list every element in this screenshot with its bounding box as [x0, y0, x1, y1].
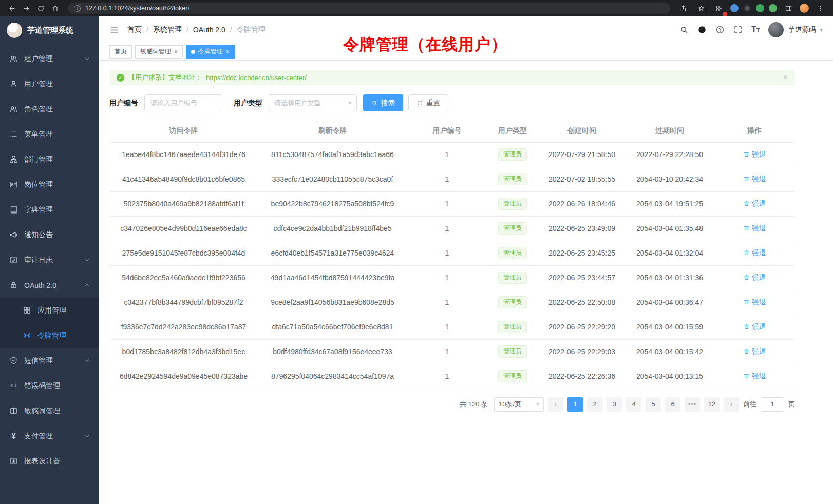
- trash-icon: [743, 249, 750, 256]
- force-logout-button[interactable]: 强退: [743, 273, 766, 282]
- page-button-3[interactable]: 3: [607, 397, 622, 412]
- user-id-input[interactable]: [144, 94, 221, 111]
- chevron-down-icon: ▾: [536, 401, 539, 408]
- reset-button[interactable]: 重置: [408, 94, 448, 111]
- sidebar-collapse-icon[interactable]: [109, 25, 119, 35]
- prev-page-button[interactable]: ‹: [548, 397, 563, 412]
- sidebar-item-sensitive-word[interactable]: 敏感词管理: [0, 398, 99, 423]
- doc-link[interactable]: https://doc.iocoder.cn/user-center/: [206, 74, 307, 82]
- force-logout-button[interactable]: 强退: [743, 322, 766, 332]
- sidebar-item-report-designer[interactable]: 报表设计器: [0, 449, 99, 474]
- user-type-cell: 管理员: [487, 216, 538, 241]
- table-row: 6d842e2924594de9a09e45e087323abe 8796295…: [109, 364, 795, 389]
- user-type-badge: 管理员: [498, 247, 527, 259]
- site-info-icon[interactable]: i: [74, 5, 81, 12]
- app-logo-area[interactable]: 芋道管理系统: [0, 16, 99, 44]
- table-row: 502375b8040a469a9b82188afdf6af1f be90422…: [109, 191, 795, 216]
- extension-icon-blue[interactable]: [730, 4, 739, 12]
- sidebar-item-oauth2-app[interactable]: 应用管理: [0, 298, 99, 323]
- sidebar-item-notice[interactable]: 通知公告: [0, 222, 99, 247]
- next-page-button[interactable]: ›: [724, 397, 739, 412]
- address-bar[interactable]: i 127.0.0.1:1024/system/oauth2/token: [68, 3, 670, 14]
- trash-icon: [743, 274, 750, 281]
- browser-profile-avatar[interactable]: [800, 4, 809, 13]
- help-icon[interactable]: [715, 25, 725, 34]
- sidebar-item-post[interactable]: 岗位管理: [0, 172, 99, 197]
- user-menu[interactable]: 芋道源码 ▾: [768, 22, 823, 37]
- col-create-time: 创建时间: [538, 120, 626, 142]
- close-icon[interactable]: ×: [174, 49, 178, 55]
- users-icon: [9, 105, 18, 113]
- force-logout-button[interactable]: 强退: [743, 199, 766, 208]
- trash-icon: [743, 151, 750, 158]
- more-pages-button[interactable]: •••: [685, 397, 700, 412]
- user-type-badge: 管理员: [498, 272, 527, 284]
- sidebar: 芋道管理系统 租户管理 用户管理 角色管理 菜单管理 部门管理: [0, 16, 99, 504]
- force-logout-button[interactable]: 强退: [743, 298, 766, 307]
- sidebar-item-audit-log[interactable]: 审计日志: [0, 247, 99, 273]
- browser-actions: [676, 2, 828, 15]
- github-icon[interactable]: [697, 25, 707, 34]
- breadcrumb-home[interactable]: 首页: [127, 25, 142, 34]
- home-icon[interactable]: [48, 2, 62, 15]
- active-tab-dot: [191, 50, 195, 54]
- page-button-12[interactable]: 12: [704, 397, 720, 412]
- force-logout-button[interactable]: 强退: [743, 347, 766, 356]
- browser-menu-icon[interactable]: [813, 2, 827, 15]
- bookmark-star-icon[interactable]: [694, 2, 708, 15]
- alert-close-icon[interactable]: ×: [783, 73, 788, 82]
- page-button-2[interactable]: 2: [587, 397, 602, 412]
- tab-sensitive-word[interactable]: 敏感词管理 ×: [135, 45, 183, 59]
- force-logout-button[interactable]: 强退: [743, 248, 766, 258]
- user-type-select[interactable]: 请选择用户类型 ▾: [269, 94, 357, 111]
- share-icon[interactable]: [676, 2, 690, 15]
- user-id-cell: 1: [407, 339, 487, 364]
- sidebar-item-dict[interactable]: 字典管理: [0, 197, 99, 222]
- tab-token[interactable]: 令牌管理 ×: [186, 45, 235, 59]
- font-size-icon[interactable]: TT: [751, 25, 760, 34]
- table-row: 275e5de9151045fe87cbdc395e004f4d e6cfd40…: [109, 241, 795, 265]
- user-type-cell: 管理员: [487, 167, 538, 191]
- page-content: ✓ 【用户体系】文档地址： https://doc.iocoder.cn/use…: [99, 61, 833, 504]
- sidebar-item-oauth2[interactable]: OAuth 2.0: [0, 273, 99, 298]
- chevron-down-icon: [84, 257, 90, 263]
- force-logout-button[interactable]: 强退: [743, 175, 766, 184]
- sidebar-item-tenant[interactable]: 租户管理: [0, 46, 99, 71]
- tab-home[interactable]: 首页: [109, 45, 132, 59]
- page-size-select[interactable]: 10条/页 ▾: [494, 397, 544, 412]
- page-button-1[interactable]: 1: [567, 397, 583, 412]
- search-button[interactable]: 搜索: [363, 94, 403, 111]
- forward-icon[interactable]: [20, 2, 33, 15]
- page-button-5[interactable]: 5: [646, 397, 661, 412]
- expire-time-cell: 2054-03-04 01:35:48: [626, 216, 714, 241]
- sidebar-item-pay[interactable]: ¥ 支付管理: [0, 423, 99, 449]
- force-logout-button[interactable]: 强退: [743, 150, 766, 159]
- close-icon[interactable]: ×: [226, 49, 230, 55]
- refresh-token-cell: cdfc4ce9c2da4bb1bdf21b9918ff4be5: [258, 216, 407, 241]
- reload-icon[interactable]: [34, 2, 47, 15]
- page-button-6[interactable]: 6: [665, 397, 680, 412]
- force-logout-button[interactable]: 强退: [743, 372, 766, 381]
- fullscreen-icon[interactable]: [733, 25, 743, 34]
- sidebar-item-dept[interactable]: 部门管理: [0, 147, 99, 172]
- sidebar-item-sms[interactable]: 短信管理: [0, 348, 99, 373]
- side-panel-icon[interactable]: [782, 2, 795, 15]
- breadcrumb-oauth2[interactable]: OAuth 2.0: [193, 26, 225, 34]
- search-icon[interactable]: [679, 25, 689, 34]
- goto-page-input[interactable]: [761, 397, 784, 412]
- sidebar-item-role[interactable]: 角色管理: [0, 96, 99, 122]
- extension-icon-dark[interactable]: [743, 4, 751, 12]
- sidebar-item-menu[interactable]: 菜单管理: [0, 122, 99, 147]
- sidebar-item-error-code[interactable]: 错误码管理: [0, 373, 99, 398]
- force-logout-button[interactable]: 强退: [743, 224, 766, 233]
- extension-icon-green[interactable]: [756, 4, 764, 12]
- extensions-icon[interactable]: [712, 2, 726, 15]
- sidebar-item-user[interactable]: 用户管理: [0, 71, 99, 96]
- extension-icon-teal[interactable]: [769, 4, 777, 12]
- page-button-4[interactable]: 4: [626, 397, 641, 412]
- breadcrumb-system[interactable]: 系统管理: [153, 25, 182, 34]
- user-type-badge: 管理员: [498, 296, 527, 308]
- sidebar-item-oauth2-token[interactable]: 令牌管理: [0, 323, 99, 348]
- user-id-cell: 1: [407, 364, 487, 389]
- back-icon[interactable]: [5, 2, 18, 15]
